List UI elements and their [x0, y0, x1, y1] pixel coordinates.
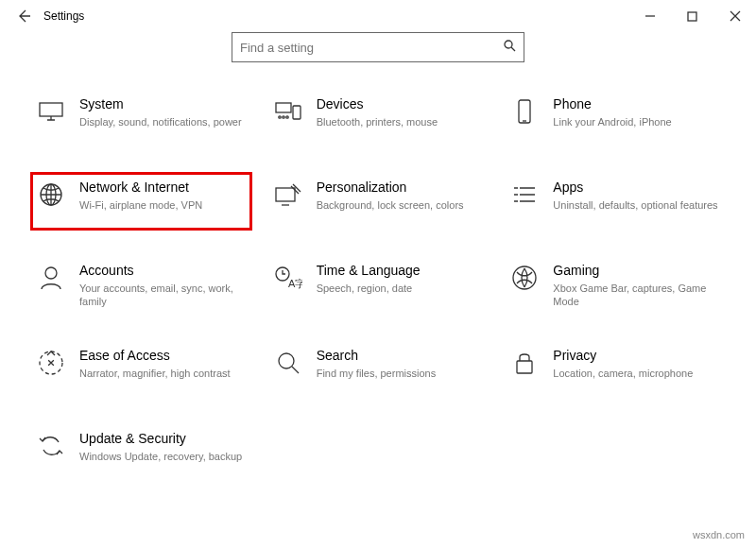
watermark: wsxdn.com: [693, 529, 745, 540]
svg-rect-11: [276, 188, 295, 201]
svg-point-1: [505, 41, 512, 48]
tile-title: Phone: [553, 96, 671, 113]
personalization-icon: [273, 180, 303, 210]
search-input[interactable]: [240, 41, 516, 55]
tile-desc: Speech, region, date: [317, 282, 421, 295]
tile-privacy[interactable]: Privacy Location, camera, microphone: [506, 342, 724, 397]
tile-ease-of-access[interactable]: Ease of Access Narrator, magnifier, high…: [32, 342, 250, 397]
tile-desc: Uninstall, defaults, optional features: [553, 198, 717, 212]
tile-title: Privacy: [553, 348, 693, 365]
svg-point-17: [279, 353, 294, 368]
svg-rect-18: [517, 361, 532, 373]
tile-title: Search: [317, 348, 437, 365]
ease-of-access-icon: [36, 348, 66, 378]
tile-gaming[interactable]: Gaming Xbox Game Bar, captures, Game Mod…: [506, 257, 724, 314]
svg-rect-3: [276, 103, 291, 112]
tile-title: Ease of Access: [79, 348, 231, 365]
maximize-button[interactable]: [671, 2, 713, 30]
tile-apps[interactable]: Apps Uninstall, defaults, optional featu…: [506, 174, 724, 229]
tile-title: Update & Security: [79, 431, 242, 448]
tile-desc: Display, sound, notifications, power: [79, 115, 242, 128]
tile-devices[interactable]: Devices Bluetooth, printers, mouse: [269, 91, 488, 146]
tile-desc: Location, camera, microphone: [553, 367, 693, 380]
close-button[interactable]: [713, 2, 756, 30]
tile-title: System: [79, 96, 242, 113]
tile-title: Gaming: [553, 263, 720, 280]
maximize-icon: [687, 11, 697, 22]
tile-time-language[interactable]: A字 Time & Language Speech, region, date: [269, 257, 488, 314]
tile-desc: Find my files, permissions: [317, 367, 437, 380]
window-controls: [628, 2, 756, 30]
search-container: [0, 32, 756, 91]
accounts-icon: [36, 263, 66, 293]
tile-desc: Background, lock screen, colors: [317, 198, 464, 212]
svg-point-6: [282, 116, 284, 118]
svg-rect-0: [688, 12, 696, 21]
search-box[interactable]: [232, 32, 524, 62]
tile-title: Devices: [317, 96, 438, 113]
titlebar: Settings: [0, 0, 756, 32]
system-icon: [36, 96, 66, 127]
svg-point-15: [513, 266, 536, 289]
tile-personalization[interactable]: Personalization Background, lock screen,…: [269, 174, 488, 229]
svg-rect-8: [519, 100, 530, 123]
window-title: Settings: [43, 9, 84, 23]
devices-icon: [273, 96, 303, 127]
minimize-icon: [644, 10, 656, 22]
minimize-button[interactable]: [628, 2, 671, 30]
svg-point-12: [45, 267, 57, 279]
update-icon: [36, 431, 66, 461]
gaming-icon: [509, 263, 540, 293]
tile-network-internet[interactable]: Network & Internet Wi-Fi, airplane mode,…: [32, 174, 250, 229]
time-language-icon: A字: [273, 263, 303, 293]
settings-grid: System Display, sound, notifications, po…: [0, 91, 756, 499]
tile-desc: Narrator, magnifier, high contrast: [79, 367, 231, 380]
close-icon: [730, 10, 741, 22]
tile-desc: Your accounts, email, sync, work, family: [79, 282, 247, 309]
tile-desc: Wi-Fi, airplane mode, VPN: [79, 198, 202, 212]
tile-system[interactable]: System Display, sound, notifications, po…: [32, 91, 250, 146]
search-icon: [504, 40, 516, 55]
svg-point-5: [278, 116, 280, 118]
tile-desc: Bluetooth, printers, mouse: [317, 115, 438, 128]
back-button[interactable]: [9, 9, 38, 24]
tile-desc: Link your Android, iPhone: [553, 115, 671, 128]
tile-phone[interactable]: Phone Link your Android, iPhone: [506, 91, 724, 146]
tile-search[interactable]: Search Find my files, permissions: [269, 342, 488, 397]
tile-accounts[interactable]: Accounts Your accounts, email, sync, wor…: [32, 257, 250, 314]
search-tile-icon: [273, 348, 303, 378]
apps-icon: [509, 180, 540, 210]
svg-rect-2: [40, 103, 62, 116]
tile-title: Time & Language: [317, 263, 421, 280]
privacy-icon: [509, 348, 540, 378]
tile-title: Personalization: [317, 180, 464, 197]
svg-point-7: [285, 116, 287, 118]
globe-icon: [36, 180, 66, 210]
tile-title: Accounts: [79, 263, 247, 280]
tile-title: Apps: [553, 180, 717, 197]
tile-desc: Windows Update, recovery, backup: [79, 450, 242, 463]
tile-desc: Xbox Game Bar, captures, Game Mode: [553, 282, 720, 309]
svg-text:A字: A字: [288, 278, 302, 289]
arrow-left-icon: [16, 9, 31, 24]
phone-icon: [509, 96, 540, 127]
svg-rect-4: [293, 106, 301, 119]
tile-title: Network & Internet: [79, 180, 202, 197]
tile-update-security[interactable]: Update & Security Windows Update, recove…: [32, 425, 250, 480]
